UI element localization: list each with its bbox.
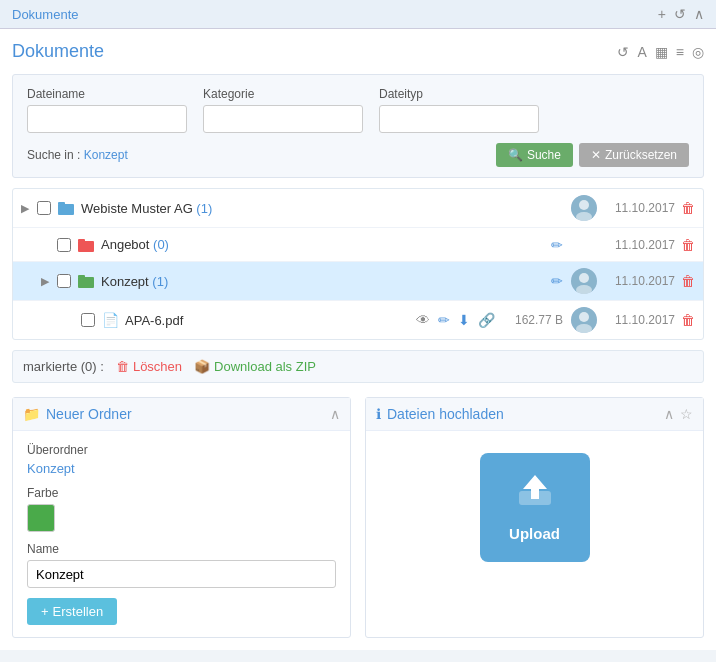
color-swatch[interactable]	[27, 504, 55, 532]
delete-row-button[interactable]: 🗑	[681, 200, 695, 216]
new-folder-title: 📁 Neuer Ordner	[23, 406, 132, 422]
svg-rect-7	[78, 277, 94, 288]
row-date: 11.10.2017	[605, 274, 675, 288]
search-row: Dateiname Kategorie Dateityp	[27, 87, 689, 133]
upload-dropzone[interactable]: Upload	[480, 453, 590, 562]
edit-icon[interactable]: ✏	[551, 237, 563, 253]
star-icon[interactable]: ☆	[680, 406, 693, 422]
tab-add-icon[interactable]: +	[658, 6, 666, 22]
text-icon[interactable]: A	[637, 44, 646, 60]
marked-label: markierte (0) :	[23, 359, 104, 374]
folder-plus-icon: 📁	[23, 406, 40, 422]
row-checkbox[interactable]	[81, 313, 95, 327]
upload-arrow-icon	[515, 473, 555, 517]
bottom-action-bar: markierte (0) : 🗑 Löschen 📦 Download als…	[12, 350, 704, 383]
file-pdf-icon: 📄	[101, 313, 119, 327]
search-actions: Suche in : Konzept 🔍 Suche ✕ Zurücksetze…	[27, 143, 689, 167]
tab-title[interactable]: Dokumente	[12, 7, 78, 22]
svg-rect-0	[58, 204, 74, 215]
table-row: Angebot (0) ✏ 11.10.2017 🗑	[13, 228, 703, 262]
table-row: ▶ Webiste Muster AG (1) 11.10.2017	[13, 189, 703, 228]
bottom-panels: 📁 Neuer Ordner ∧ Überordner Konzept Farb…	[12, 397, 704, 638]
new-folder-body: Überordner Konzept Farbe Name + Erstelle…	[13, 431, 350, 637]
name-input[interactable]	[27, 560, 336, 588]
tab-collapse-icon[interactable]: ∧	[694, 6, 704, 22]
avatar	[571, 195, 597, 221]
search-button[interactable]: 🔍 Suche	[496, 143, 573, 167]
svg-point-3	[579, 200, 589, 210]
svg-rect-8	[78, 275, 85, 278]
dateityp-input[interactable]	[379, 105, 539, 133]
new-folder-header: 📁 Neuer Ordner ∧	[13, 398, 350, 431]
svg-rect-6	[78, 239, 85, 242]
field-kategorie: Kategorie	[203, 87, 363, 133]
delete-row-button[interactable]: 🗑	[681, 237, 695, 253]
name-field: Name	[27, 542, 336, 588]
dateiname-label: Dateiname	[27, 87, 187, 101]
plus-icon: +	[41, 604, 49, 619]
row-name: Webiste Muster AG (1)	[81, 201, 563, 216]
expand-icon[interactable]: ▶	[21, 202, 35, 215]
expand-icon[interactable]: ▶	[41, 275, 55, 288]
download-icon[interactable]: ⬇	[458, 312, 470, 328]
collapse-icon[interactable]: ∧	[664, 406, 674, 422]
row-checkbox[interactable]	[37, 201, 51, 215]
reset-button[interactable]: ✕ Zurücksetzen	[579, 143, 689, 167]
field-dateityp: Dateityp	[379, 87, 539, 133]
upload-panel-icons: ∧ ☆	[664, 406, 693, 422]
search-icon: 🔍	[508, 148, 523, 162]
farbe-field: Farbe	[27, 486, 336, 532]
upload-body: Upload	[366, 431, 703, 584]
edit-icon[interactable]: ✏	[551, 273, 563, 289]
row-checkbox[interactable]	[57, 274, 71, 288]
svg-point-13	[579, 312, 589, 322]
list-icon[interactable]: ≡	[676, 44, 684, 60]
delete-row-button[interactable]: 🗑	[681, 273, 695, 289]
row-name: Angebot (0)	[101, 237, 551, 252]
zip-icon: 📦	[194, 359, 210, 374]
upload-title: ℹ Dateien hochladen	[376, 406, 504, 422]
search-area: Dateiname Kategorie Dateityp Suche in : …	[12, 74, 704, 178]
erstellen-button[interactable]: + Erstellen	[27, 598, 117, 625]
tab-bar: Dokumente + ↺ ∧	[0, 0, 716, 29]
search-in: Suche in : Konzept	[27, 148, 128, 162]
tab-refresh-icon[interactable]: ↺	[674, 6, 686, 22]
file-tree: ▶ Webiste Muster AG (1) 11.10.2017	[12, 188, 704, 340]
refresh-icon[interactable]: ↺	[617, 44, 629, 60]
main-panel: Dokumente ↺ A ▦ ≡ ◎ Dateiname Kategorie …	[0, 29, 716, 650]
tab-bar-icons: + ↺ ∧	[658, 6, 704, 22]
file-size: 162.77 B	[503, 313, 563, 327]
times-icon: ✕	[591, 148, 601, 162]
row-checkbox[interactable]	[57, 238, 71, 252]
upload-header: ℹ Dateien hochladen ∧ ☆	[366, 398, 703, 431]
settings-icon[interactable]: ◎	[692, 44, 704, 60]
kategorie-label: Kategorie	[203, 87, 363, 101]
download-zip-button[interactable]: 📦 Download als ZIP	[194, 359, 316, 374]
uberordner-link[interactable]: Konzept	[27, 461, 75, 476]
delete-row-button[interactable]: 🗑	[681, 312, 695, 328]
link-icon[interactable]: 🔗	[478, 312, 495, 328]
field-dateiname: Dateiname	[27, 87, 187, 133]
collapse-icon[interactable]: ∧	[330, 406, 340, 422]
dateityp-label: Dateityp	[379, 87, 539, 101]
kategorie-input[interactable]	[203, 105, 363, 133]
grid-icon[interactable]: ▦	[655, 44, 668, 60]
folder-icon	[77, 238, 95, 252]
folder-icon	[77, 274, 95, 288]
row-actions: ✏	[551, 237, 563, 253]
page-title: Dokumente	[12, 41, 104, 62]
edit-icon[interactable]: ✏	[438, 312, 450, 328]
row-name: Konzept (1)	[101, 274, 551, 289]
dateiname-input[interactable]	[27, 105, 187, 133]
upload-panel: ℹ Dateien hochladen ∧ ☆ Upload	[365, 397, 704, 638]
upload-header-icon: ℹ	[376, 406, 381, 422]
row-name: APA-6.pdf	[125, 313, 416, 328]
search-in-link[interactable]: Konzept	[84, 148, 128, 162]
new-folder-panel-icons: ∧	[330, 406, 340, 422]
panel-header-icons: ↺ A ▦ ≡ ◎	[617, 44, 704, 60]
folder-icon	[57, 201, 75, 215]
search-buttons: 🔍 Suche ✕ Zurücksetzen	[496, 143, 689, 167]
view-icon[interactable]: 👁	[416, 312, 430, 328]
loeschen-button[interactable]: 🗑 Löschen	[116, 359, 182, 374]
svg-rect-5	[78, 241, 94, 252]
